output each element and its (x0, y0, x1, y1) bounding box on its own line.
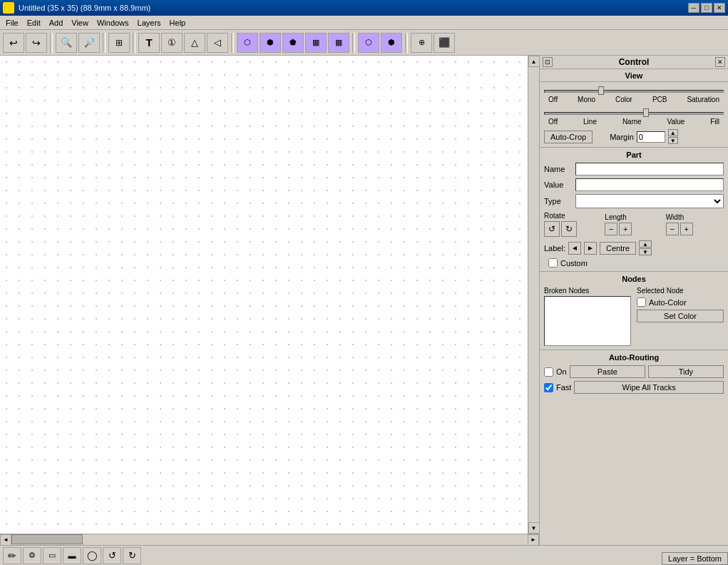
view-fill-label: Fill (710, 118, 719, 126)
scroll-up-button[interactable]: ▲ (528, 56, 540, 67)
type-select[interactable] (575, 194, 724, 208)
horizontal-scrollbar[interactable]: ◄ ► (0, 534, 539, 545)
node-tool-button[interactable]: ⚙ (23, 547, 41, 564)
ellipse-tool-button[interactable]: ◯ (83, 547, 101, 564)
control-restore-button[interactable]: ⊡ (543, 57, 553, 67)
text-button[interactable]: T (138, 33, 160, 53)
canvas[interactable] (0, 56, 528, 534)
menu-windows[interactable]: Windows (93, 17, 133, 29)
pcb-tool-7[interactable]: ⬢ (381, 33, 402, 53)
margin-down-button[interactable]: ▼ (668, 137, 678, 144)
custom-checkbox[interactable] (548, 258, 558, 268)
menu-add[interactable]: Add (45, 17, 68, 29)
value-row: Value (544, 177, 724, 193)
name-input[interactable] (575, 163, 724, 175)
label-up-button[interactable]: ▲ (639, 240, 652, 248)
triangle-button[interactable]: △ (184, 33, 205, 53)
value-field-label: Value (544, 180, 573, 189)
fast-label[interactable]: Fast (544, 383, 571, 392)
pcb-tool-9[interactable]: ⬛ (434, 33, 455, 53)
scroll-track-v[interactable] (528, 67, 539, 522)
undo-button[interactable]: ↩ (3, 33, 24, 53)
canvas-area: ▲ ▼ ◄ ► (0, 56, 539, 545)
scroll-down-button[interactable]: ▼ (528, 522, 540, 534)
bezier-tool-button[interactable]: ↻ (123, 547, 141, 564)
minimize-button[interactable]: ─ (688, 3, 699, 13)
draw-pencil-button[interactable]: ✏ (3, 547, 21, 564)
redo-button[interactable]: ↪ (26, 33, 47, 53)
pcb-tool-6[interactable]: ⬡ (358, 33, 379, 53)
rect-tool-button[interactable]: ▭ (43, 547, 61, 564)
vertical-scrollbar[interactable]: ▲ ▼ (528, 56, 539, 534)
rotate-cw-button[interactable]: ↻ (561, 221, 577, 237)
auto-crop-button[interactable]: Auto-Crop (544, 131, 593, 143)
pcb-tool-2[interactable]: ⬢ (260, 33, 281, 53)
window-controls[interactable]: ─ □ ✕ (688, 3, 725, 13)
custom-checkbox-label[interactable]: Custom (548, 258, 588, 268)
value-input[interactable] (575, 178, 724, 191)
view-name-label: Name (622, 118, 642, 126)
menu-layers[interactable]: Layers (133, 17, 165, 29)
scroll-right-button[interactable]: ► (528, 534, 539, 546)
pcb-tool-5[interactable]: ▦ (328, 33, 349, 53)
view-slider1-labels: Off Mono Color PCB Saturation (544, 96, 724, 103)
label-right-button[interactable]: ► (584, 242, 597, 255)
control-close-button[interactable]: ✕ (715, 57, 725, 67)
view-pcb-label: PCB (652, 96, 667, 103)
width-minus-button[interactable]: − (666, 223, 679, 235)
arrow-button[interactable]: ◁ (207, 33, 228, 53)
label-left-button[interactable]: ◄ (568, 242, 581, 255)
margin-input[interactable] (637, 131, 665, 143)
fast-checkbox[interactable] (544, 383, 553, 392)
tidy-button[interactable]: Tidy (648, 365, 724, 378)
set-color-button[interactable]: Set Color (637, 310, 724, 322)
name-row: Name (544, 161, 724, 177)
toolbar-separator-4 (231, 33, 234, 53)
pcb-tool-3[interactable]: ⬟ (282, 33, 304, 53)
broken-nodes-list[interactable] (544, 296, 631, 346)
grid-button[interactable]: ⊞ (108, 33, 130, 53)
view-saturation-label: Saturation (687, 96, 719, 103)
view-slider2-labels: Off Line Name Value Fill (544, 118, 724, 126)
nodes-section-title: Nodes (540, 273, 728, 284)
part-section: Name Value Type Rotate ↺ ↻ (540, 160, 728, 270)
zoom-in-button[interactable]: 🔍 (56, 33, 77, 53)
nodes-section: Broken Nodes Selected Node Auto-Color Se… (540, 284, 728, 349)
scroll-thumb-h[interactable] (11, 534, 83, 544)
wipe-all-tracks-button[interactable]: Wipe All Tracks (574, 381, 724, 394)
ar-on-label[interactable]: On (544, 367, 567, 377)
ar-on-checkbox[interactable] (544, 367, 553, 377)
control-panel: ⊡ Control ✕ View Off Mono Color PCB Satu… (539, 56, 728, 545)
scroll-track-h[interactable] (11, 534, 528, 545)
view-section-title: View (540, 69, 728, 81)
nodes-content: Broken Nodes Selected Node Auto-Color Se… (544, 285, 724, 347)
centre-button[interactable]: Centre (600, 242, 636, 255)
menu-edit[interactable]: Edit (23, 17, 45, 29)
menu-file[interactable]: File (1, 17, 23, 29)
nodes-divider-top (540, 271, 728, 272)
arc-tool-button[interactable]: ↺ (103, 547, 121, 564)
pcb-tool-1[interactable]: ⬡ (237, 33, 258, 53)
rounded-rect-button[interactable]: ▬ (63, 547, 81, 564)
scroll-left-button[interactable]: ◄ (0, 534, 11, 546)
margin-up-button[interactable]: ▲ (668, 129, 678, 136)
view-mono-label: Mono (578, 96, 595, 103)
length-plus-button[interactable]: + (619, 223, 632, 235)
titlebar-left: ▣ Untitled (35 x 35) (88.9mm x 88.9mm) (3, 2, 150, 14)
zoom-out-button[interactable]: 🔎 (78, 33, 100, 53)
circle-button[interactable]: ① (161, 33, 183, 53)
length-minus-button[interactable]: − (605, 223, 617, 235)
length-label: Length (605, 213, 627, 221)
auto-color-checkbox[interactable] (637, 297, 646, 307)
menu-help[interactable]: Help (165, 17, 190, 29)
label-down-button[interactable]: ▼ (639, 248, 652, 255)
rotate-ccw-button[interactable]: ↺ (544, 221, 560, 237)
pcb-tool-4[interactable]: ▦ (305, 33, 327, 53)
canvas-main: ▲ ▼ (0, 56, 539, 534)
paste-button[interactable]: Paste (570, 365, 645, 378)
pcb-tool-8[interactable]: ⊕ (411, 33, 432, 53)
close-button[interactable]: ✕ (714, 3, 725, 13)
maximize-button[interactable]: □ (701, 3, 712, 13)
width-plus-button[interactable]: + (680, 223, 693, 235)
menu-view[interactable]: View (67, 17, 93, 29)
